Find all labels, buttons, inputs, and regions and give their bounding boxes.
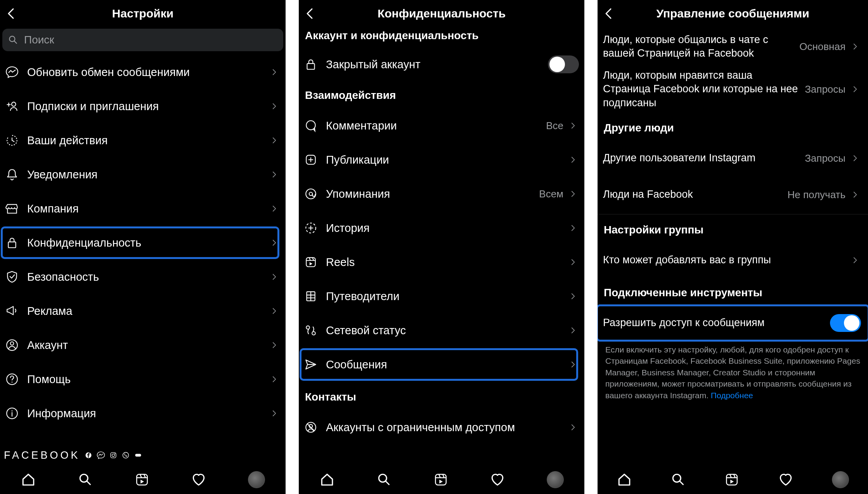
chevron-right-icon xyxy=(567,154,579,166)
list-item[interactable]: Аккаунты с ограниченным доступом xyxy=(299,410,584,444)
bottom-navbar xyxy=(0,465,286,494)
list-item[interactable]: Реклама xyxy=(0,294,286,328)
section-contacts: Контакты xyxy=(299,382,584,410)
bell-icon xyxy=(5,168,27,181)
item-label: Люди на Facebook xyxy=(603,188,788,201)
item-meta: Запросы xyxy=(805,152,845,164)
nav-search[interactable] xyxy=(670,472,686,487)
chevron-right-icon xyxy=(849,41,861,52)
learn-more-link[interactable]: Подробнее xyxy=(711,391,753,400)
list-item[interactable]: Сообщения xyxy=(299,347,584,382)
avatar xyxy=(832,471,849,488)
account-icon xyxy=(5,339,27,352)
list-item[interactable]: Reels xyxy=(299,245,584,279)
blocked-icon xyxy=(304,421,326,434)
nav-activity[interactable] xyxy=(191,472,206,487)
footer-brand: FACEBOOK xyxy=(0,448,286,465)
list-item[interactable]: Конфиденциальность xyxy=(0,226,286,260)
allow-access-label: Разрешить доступ к сообщениям xyxy=(603,316,830,330)
allow-message-access-row[interactable]: Разрешить доступ к сообщениям xyxy=(598,306,868,340)
nav-reels[interactable] xyxy=(724,472,740,487)
item-label: Аккаунты с ограниченным доступом xyxy=(326,421,567,434)
message-controls-panel: Управление сообщениями Люди, которые общ… xyxy=(598,0,868,494)
item-label: Другие пользователи Instagram xyxy=(603,151,805,165)
list-item[interactable]: Компания xyxy=(0,192,286,226)
reels-icon xyxy=(304,256,326,269)
list-item[interactable]: Аккаунт xyxy=(0,328,286,362)
nav-activity[interactable] xyxy=(490,472,505,487)
section-group-settings: Настройки группы xyxy=(598,214,868,243)
chevron-right-icon xyxy=(269,339,280,351)
back-button[interactable] xyxy=(598,7,617,20)
item-label: Публикации xyxy=(326,154,567,166)
header: Управление сообщениями xyxy=(598,0,868,27)
private-account-row[interactable]: Закрытый аккаунт xyxy=(299,49,584,80)
nav-profile[interactable] xyxy=(248,471,265,488)
list-item[interactable]: Уведомления xyxy=(0,157,286,192)
list-item[interactable]: Сетевой статус xyxy=(299,313,584,347)
nav-search[interactable] xyxy=(376,472,392,487)
comment-icon xyxy=(304,119,326,132)
bottom-navbar xyxy=(299,465,584,494)
chevron-right-icon xyxy=(269,135,280,146)
list-item[interactable]: История xyxy=(299,211,584,245)
list-item[interactable]: УпоминанияВсем xyxy=(299,177,584,211)
search-icon xyxy=(8,35,19,45)
chevron-right-icon xyxy=(567,325,579,336)
section-connected-tools: Подключенные инструменты xyxy=(598,277,868,306)
list-item[interactable]: Обновить обмен сообщениями xyxy=(0,55,286,89)
list-item[interactable]: Подписки и приглашения xyxy=(0,89,286,123)
chevron-right-icon xyxy=(567,188,579,200)
item-meta: Не получать xyxy=(788,189,846,201)
list-item[interactable]: КомментарииВсе xyxy=(299,109,584,143)
item-label: Комментарии xyxy=(326,119,546,132)
nav-profile[interactable] xyxy=(832,471,849,488)
item-label: Информация xyxy=(27,407,269,420)
nav-home[interactable] xyxy=(319,472,335,487)
list-item[interactable]: Информация xyxy=(0,396,286,430)
list-item[interactable]: Помощь xyxy=(0,362,286,396)
item-label: Сетевой статус xyxy=(326,324,567,337)
mention-icon xyxy=(304,187,326,200)
item-label: Безопасность xyxy=(27,271,269,283)
chevron-right-icon xyxy=(567,256,579,268)
allow-access-toggle[interactable] xyxy=(830,314,861,332)
nav-home[interactable] xyxy=(21,472,36,487)
nav-reels[interactable] xyxy=(433,472,449,487)
chevron-right-icon xyxy=(567,120,579,131)
group-add-row[interactable]: Кто может добавлять вас в группы xyxy=(598,243,868,277)
list-item[interactable]: Люди, которые общались в чате с вашей Ст… xyxy=(598,27,868,66)
messenger-icon xyxy=(97,451,105,459)
chevron-right-icon xyxy=(269,373,280,385)
nav-reels[interactable] xyxy=(134,472,150,487)
list-item[interactable]: Ваши действия xyxy=(0,123,286,157)
section-account-privacy: Аккаунт и конфиденциальность xyxy=(299,27,584,49)
list-item[interactable]: Путеводители xyxy=(299,279,584,313)
nav-home[interactable] xyxy=(617,472,632,487)
list-item[interactable]: Люди, которым нравится ваша Страница Fac… xyxy=(598,66,868,112)
nav-activity[interactable] xyxy=(778,472,794,487)
chevron-right-icon xyxy=(269,203,280,214)
back-button[interactable] xyxy=(0,7,19,20)
list-item[interactable]: Публикации xyxy=(299,143,584,177)
list-item[interactable]: Безопасность xyxy=(0,260,286,294)
back-button[interactable] xyxy=(299,7,318,20)
privacy-panel: Конфиденциальность Аккаунт и конфиденциа… xyxy=(299,0,584,494)
private-account-toggle[interactable] xyxy=(548,55,579,73)
item-label: Сообщения xyxy=(326,358,567,371)
chevron-right-icon xyxy=(849,83,861,95)
nav-profile[interactable] xyxy=(547,471,564,488)
section-other-people: Другие люди xyxy=(598,112,868,141)
chevron-right-icon xyxy=(849,152,861,164)
chevron-right-icon xyxy=(269,169,280,180)
search-input[interactable]: Поиск xyxy=(2,29,283,51)
nav-search[interactable] xyxy=(78,472,93,487)
facebook-icon xyxy=(84,451,93,459)
list-item[interactable]: Другие пользователи Instagram Запросы xyxy=(598,141,868,175)
chevron-right-icon xyxy=(849,254,861,266)
chevron-right-icon xyxy=(269,100,280,112)
search-placeholder: Поиск xyxy=(24,34,54,46)
list-item[interactable]: Люди на Facebook Не получать xyxy=(598,175,868,214)
network-icon xyxy=(304,324,326,337)
chevron-right-icon xyxy=(269,271,280,283)
